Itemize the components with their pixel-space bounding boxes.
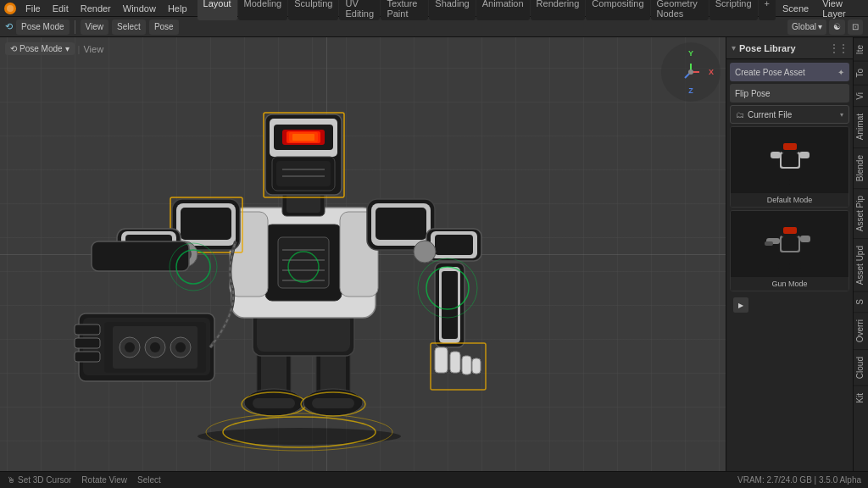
svg-rect-106 <box>765 241 773 246</box>
viewport-mode-badge[interactable]: ⟲ Pose Mode ▾ <box>5 42 75 55</box>
svg-rect-100 <box>783 227 797 234</box>
svg-rect-42 <box>75 338 100 348</box>
pose-thumb-default[interactable]: Default Mode <box>730 126 849 208</box>
pose-thumb-label-default: Default Mode <box>731 193 849 207</box>
svg-rect-91 <box>781 169 788 181</box>
blender-logo[interactable] <box>3 2 17 15</box>
scene-selector[interactable]: Scene <box>777 2 814 15</box>
tab-texture-paint[interactable]: Texture Paint <box>381 0 428 20</box>
current-file-selector[interactable]: 🗂 Current File ▾ <box>730 105 849 124</box>
svg-rect-96 <box>799 152 810 158</box>
pose-thumb-img-gun <box>731 211 849 277</box>
tab-animation[interactable]: Animation <box>476 0 530 20</box>
sidebar-tab-vi[interactable]: Vi <box>854 85 868 107</box>
pivot-btn[interactable]: ☯ <box>829 19 845 35</box>
sidebar-tab-blende[interactable]: Blende <box>854 147 868 188</box>
viewport-overlay-tr: X Y Z <box>661 42 721 102</box>
pose-mode-icon: ⟲ <box>10 44 17 53</box>
viewport-overlay-tl: ⟲ Pose Mode ▾ | View <box>5 42 103 55</box>
sidebar-tab-cloud[interactable]: Cloud <box>854 349 868 385</box>
viewport-3d[interactable]: ⟲ Pose Mode ▾ | View X Y Z <box>0 37 726 471</box>
view-menu[interactable]: View <box>81 19 109 35</box>
navigation-gizmo[interactable]: X Y Z <box>661 42 721 102</box>
mouse-icon: 🖱 <box>7 475 15 485</box>
sidebar-tab-asset-upd[interactable]: Asset Upd <box>854 238 868 291</box>
tab-compositing[interactable]: Compositing <box>586 0 649 20</box>
svg-point-51 <box>175 342 186 352</box>
tab-uv-editing[interactable]: UV Editing <box>339 0 380 20</box>
main-area: ⟲ Pose Mode ▾ | View X Y Z <box>0 37 868 471</box>
snap-btn[interactable]: ⊡ <box>848 19 863 35</box>
menu-edit[interactable]: Edit <box>47 2 74 15</box>
status-select-label: Select <box>137 475 161 485</box>
tab-layout[interactable]: Layout <box>198 0 237 20</box>
chevron-down-icon: ▾ <box>65 44 70 53</box>
svg-point-1 <box>7 5 14 12</box>
svg-rect-41 <box>75 324 100 335</box>
flip-pose-button[interactable]: Flip Pose <box>730 84 849 103</box>
mode-dropdown[interactable]: Pose Mode <box>16 19 70 35</box>
tab-rendering[interactable]: Rendering <box>531 0 586 20</box>
play-button[interactable]: ▶ <box>733 297 748 313</box>
top-menu-bar: File Edit Render Window Help Layout Mode… <box>0 0 868 17</box>
tab-scripting[interactable]: Scripting <box>709 0 758 20</box>
svg-rect-11 <box>320 352 346 394</box>
viewport-divider: | <box>78 44 81 54</box>
sidebar-tab-item[interactable]: Ite <box>854 37 868 61</box>
view-layer-selector[interactable]: View Layer <box>817 0 865 20</box>
current-file-label: Current File <box>748 110 792 119</box>
panel-collapse-icon[interactable]: ▾ <box>732 43 736 53</box>
svg-rect-8 <box>253 398 295 408</box>
workspace-tabs: Layout Modeling Sculpting UV Editing Tex… <box>198 0 776 20</box>
svg-rect-76 <box>276 161 331 186</box>
svg-rect-28 <box>181 208 231 240</box>
svg-rect-102 <box>792 252 799 265</box>
top-right-info: Scene View Layer <box>777 0 865 20</box>
panel-dots-icon[interactable]: ⋮⋮ <box>829 42 848 54</box>
pose-library-panel: ▾ Pose Library ⋮⋮ Create Pose Asset ✦ Fl… <box>726 37 853 471</box>
svg-rect-32 <box>376 208 426 240</box>
sidebar-tab-animat[interactable]: Animat <box>854 106 868 147</box>
svg-point-86 <box>688 69 693 75</box>
svg-rect-88 <box>782 153 798 167</box>
menu-window[interactable]: Window <box>118 2 161 15</box>
svg-rect-56 <box>435 235 473 255</box>
sidebar-tab-kit[interactable]: Kit <box>854 385 868 410</box>
svg-point-47 <box>125 342 135 352</box>
sidebar-tab-s[interactable]: S <box>854 291 868 312</box>
svg-rect-62 <box>450 352 460 373</box>
svg-rect-60 <box>442 271 458 339</box>
svg-point-57 <box>414 241 436 263</box>
chevron-down-icon: ▾ <box>840 111 843 119</box>
tab-geometry-nodes[interactable]: Geometry Nodes <box>651 0 709 20</box>
svg-rect-92 <box>792 169 799 181</box>
pose-menu[interactable]: Pose <box>149 19 179 35</box>
svg-rect-93 <box>778 180 790 185</box>
panel-title: Pose Library <box>739 43 826 53</box>
create-pose-asset-button[interactable]: Create Pose Asset ✦ <box>730 63 849 81</box>
svg-rect-104 <box>789 263 801 269</box>
pose-thumb-gun[interactable]: Gun Mode <box>730 210 849 291</box>
menu-help[interactable]: Help <box>163 2 192 15</box>
global-dropdown[interactable]: Global▾ <box>787 19 826 35</box>
svg-rect-107 <box>800 236 810 242</box>
svg-rect-38 <box>92 241 189 271</box>
pose-mode-label: Pose Mode <box>19 44 63 53</box>
svg-rect-94 <box>789 180 801 185</box>
gizmo-y-label: Y <box>688 49 693 58</box>
tab-sculpting[interactable]: Sculpting <box>288 0 338 20</box>
sidebar-tab-asset-pip[interactable]: Asset Pip <box>854 188 868 238</box>
pose-thumb-label-gun: Gun Mode <box>731 277 849 291</box>
sidebar-tab-overri[interactable]: Overri <box>854 312 868 349</box>
sidebar-tab-to[interactable]: To <box>854 61 868 85</box>
panel-content: Create Pose Asset ✦ Flip Pose 🗂 Current … <box>726 59 853 471</box>
tab-shading[interactable]: Shading <box>429 0 475 20</box>
tab-add[interactable]: + <box>759 0 776 20</box>
svg-rect-90 <box>783 143 797 150</box>
tab-modeling[interactable]: Modeling <box>238 0 288 20</box>
right-sidebar-tabs: Ite To Vi Animat Blende Asset Pip Asset … <box>853 37 868 471</box>
menu-render[interactable]: Render <box>75 2 116 15</box>
select-menu[interactable]: Select <box>112 19 146 35</box>
menu-file[interactable]: File <box>20 2 46 15</box>
robot-model <box>51 46 556 454</box>
